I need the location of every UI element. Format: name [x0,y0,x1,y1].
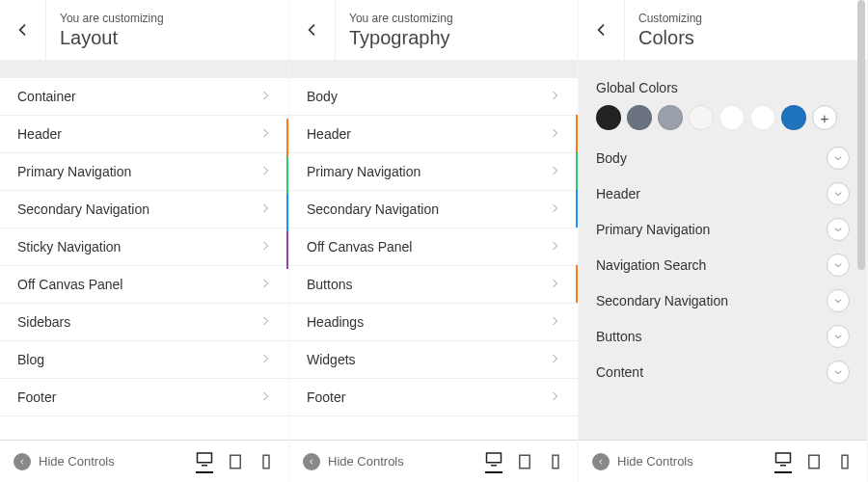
color-section-navigation-search[interactable]: Navigation Search [579,247,867,282]
color-swatch[interactable] [719,105,745,130]
row-label: Blog [17,352,44,367]
color-swatch[interactable] [750,105,775,130]
device-desktop-button[interactable] [485,450,502,473]
mobile-icon [836,453,854,470]
color-swatch[interactable] [689,105,714,130]
device-mobile-button[interactable] [547,453,564,470]
row-blog[interactable]: Blog [0,341,288,379]
back-button[interactable] [289,0,336,60]
hide-controls-button[interactable]: Hide Controls [303,453,404,470]
chevron-down-icon [833,367,843,377]
header-text: You are customizing Layout [46,4,177,57]
expand-button[interactable] [827,182,850,205]
chevron-down-icon [833,225,843,234]
accent-edge [576,190,578,228]
row-buttons[interactable]: Buttons [289,266,578,304]
panel-footer: Hide Controls [579,440,867,482]
row-secondary-navigation[interactable]: Secondary Navigation [289,191,578,228]
device-mobile-button[interactable] [258,453,275,470]
svg-rect-10 [809,455,820,469]
chevron-right-icon [549,352,560,367]
back-button[interactable] [579,0,625,60]
tablet-icon [227,453,244,470]
back-button[interactable] [0,0,46,60]
svg-rect-3 [263,455,269,469]
chevron-right-icon [549,314,560,330]
color-swatch[interactable] [596,105,621,130]
chevron-right-icon [259,239,271,254]
expand-button[interactable] [827,254,850,277]
row-footer[interactable]: Footer [0,379,288,416]
row-label: Buttons [307,277,352,292]
color-swatch[interactable] [658,105,683,130]
panel-footer: Hide Controls [289,440,578,482]
hide-controls-button[interactable]: Hide Controls [592,453,693,470]
row-off-canvas-panel[interactable]: Off Canvas Panel [0,266,288,304]
row-label: Content [596,364,643,380]
color-swatch[interactable] [627,105,652,130]
device-toggle [196,450,275,473]
color-section-buttons[interactable]: Buttons [579,318,867,354]
device-mobile-button[interactable] [836,453,854,470]
row-footer[interactable]: Footer [289,379,578,416]
row-widgets[interactable]: Widgets [289,341,578,379]
expand-button[interactable] [827,147,850,170]
hide-controls-button[interactable]: Hide Controls [14,453,115,470]
row-container[interactable]: Container [0,78,288,116]
device-desktop-button[interactable] [196,450,213,473]
expand-button[interactable] [827,361,850,384]
row-header[interactable]: Header [289,116,578,153]
row-sticky-navigation[interactable]: Sticky Navigation [0,228,288,266]
row-off-canvas-panel[interactable]: Off Canvas Panel [289,228,578,266]
row-body[interactable]: Body [289,78,578,116]
mobile-icon [547,453,564,470]
add-color-button[interactable]: + [812,105,837,130]
settings-list: Body Header Primary Navigation Secondary… [289,78,578,416]
page-title: Layout [60,27,164,49]
device-tablet-button[interactable] [227,453,244,470]
color-swatch[interactable] [781,105,806,130]
color-section-content[interactable]: Content [579,354,867,389]
accent-edge [286,194,288,231]
device-tablet-button[interactable] [516,453,533,470]
eyebrow: You are customizing [60,12,164,25]
row-secondary-navigation[interactable]: Secondary Navigation [0,191,288,228]
desktop-icon [196,450,213,468]
row-primary-navigation[interactable]: Primary Navigation [0,153,288,191]
scrollbar[interactable] [857,0,865,270]
color-section-header[interactable]: Header [579,175,867,211]
color-section-primary-navigation[interactable]: Primary Navigation [579,211,867,247]
expand-button[interactable] [827,325,850,348]
row-sidebars[interactable]: Sidebars [0,304,288,341]
chevron-down-icon [833,153,843,163]
accent-edge [576,115,578,152]
chevron-right-icon [259,164,271,179]
eyebrow: Customizing [638,12,702,25]
row-label: Body [307,89,338,104]
chevron-right-icon [549,389,560,405]
expand-button[interactable] [827,289,850,312]
row-header[interactable]: Header [0,116,288,153]
device-tablet-button[interactable] [805,453,823,470]
expand-button[interactable] [827,218,850,241]
row-headings[interactable]: Headings [289,304,578,341]
row-primary-navigation[interactable]: Primary Navigation [289,153,578,191]
chevron-down-icon [833,332,843,341]
accent-edge [286,119,288,156]
eyebrow: You are customizing [349,12,453,25]
color-section-body[interactable]: Body [579,140,867,175]
collapse-icon [592,453,610,470]
color-section-secondary-navigation[interactable]: Secondary Navigation [579,282,867,318]
row-label: Header [307,126,351,142]
section-title-global-colors: Global Colors [579,61,867,101]
tablet-icon [805,453,823,470]
chevron-down-icon [833,189,843,199]
row-label: Navigation Search [596,257,706,273]
chevron-right-icon [259,352,271,367]
svg-rect-2 [231,455,241,469]
row-label: Primary Navigation [307,164,420,179]
device-desktop-button[interactable] [774,450,792,473]
chevron-right-icon [259,126,271,142]
row-label: Secondary Navigation [307,201,439,217]
settings-list: Container Header Primary Navigation Seco… [0,78,288,416]
